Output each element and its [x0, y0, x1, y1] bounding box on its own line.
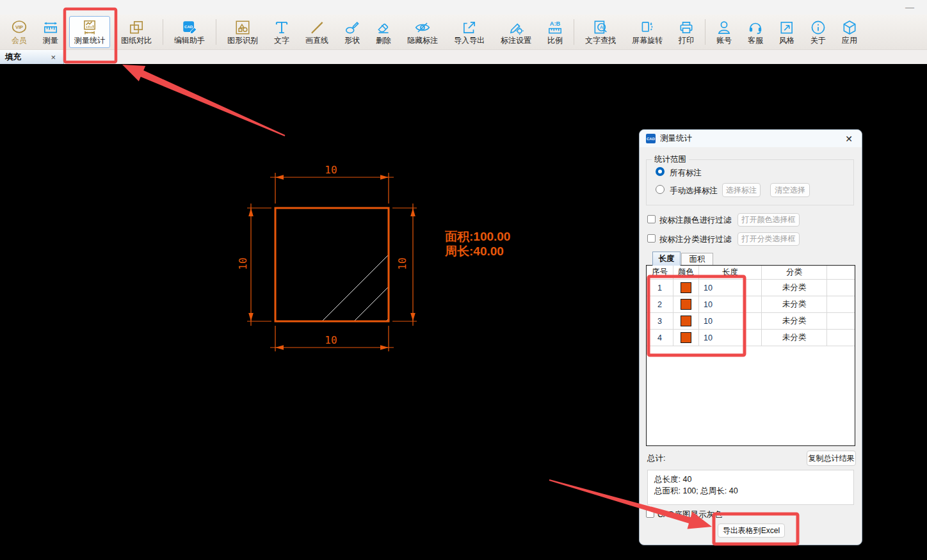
filter-by-color-label[interactable]: 按标注颜色进行过滤 — [659, 215, 732, 226]
toolbar-button-vip[interactable]: VIP 会员 — [6, 16, 32, 48]
toolbar-button-screen-rotate[interactable]: 屏幕旋转 — [627, 16, 668, 48]
hide-annotation-icon — [414, 19, 431, 36]
toolbar-label: 导入导出 — [454, 36, 485, 45]
toolbar-button-drawing-compare[interactable]: 图纸对比 — [116, 16, 157, 48]
import-export-icon — [461, 19, 478, 36]
cad-app-icon: CAD — [646, 134, 656, 143]
toolbar-button-text-search[interactable]: A 文字查找 — [580, 16, 621, 48]
gray-background-label[interactable]: CAD底图显示灰色 — [657, 509, 722, 520]
toolbar-button-account[interactable]: 账号 — [711, 16, 737, 48]
toolbar-button-apps[interactable]: 应用 — [837, 16, 862, 48]
row-filler — [827, 313, 855, 330]
radio-all-label[interactable]: 所有标注 — [670, 168, 702, 179]
main-toolbar: VIP 会员 测量 — [0, 15, 927, 50]
support-icon — [747, 19, 764, 36]
toolbar-button-scale[interactable]: A:B 比例 — [542, 16, 568, 48]
row-color-cell — [673, 330, 699, 346]
toolbar-button-measure[interactable]: 测量 — [38, 16, 63, 48]
tab-fill[interactable]: 填充 × — [0, 50, 64, 64]
row-no: 1 — [647, 280, 673, 296]
radio-all-annotations[interactable] — [656, 167, 665, 176]
toolbar-button-cad-edit[interactable]: CAD 编辑助手 — [169, 16, 210, 48]
svg-text:A:B: A:B — [550, 20, 561, 27]
toolbar-label: 应用 — [842, 36, 857, 45]
measurement-result-labels: 面积:100.00 周长:40.00 — [444, 230, 510, 258]
row-category: 未分类 — [762, 296, 827, 313]
eraser-icon — [375, 19, 392, 36]
copy-totals-button[interactable]: 复制总计结果 — [807, 451, 856, 466]
row-color-cell — [673, 296, 699, 313]
tab-length[interactable]: 长度 — [652, 252, 681, 266]
filter-by-color-checkbox[interactable] — [647, 215, 656, 223]
toolbar-button-import-export[interactable]: 导入导出 — [449, 16, 490, 48]
toolbar-button-draw-line[interactable]: 画直线 — [300, 16, 334, 48]
filter-by-category-checkbox[interactable] — [647, 234, 656, 243]
toolbar-label: 隐藏标注 — [407, 36, 438, 45]
row-length: 10 — [699, 280, 762, 296]
toolbar-label: 删除 — [376, 36, 391, 45]
toolbar-separator — [574, 19, 574, 45]
hatched-square[interactable] — [275, 208, 389, 321]
row-category: 未分类 — [762, 313, 827, 330]
annotation-settings-icon — [508, 19, 524, 36]
row-no: 3 — [647, 313, 673, 330]
measurements-table[interactable]: 序号 颜色 长度 分类 1 10 未分类 2 10 未分类 3 10 未分类 — [646, 265, 855, 446]
dimension-arrows — [248, 175, 415, 350]
toolbar-label: 图纸对比 — [121, 36, 152, 45]
filter-by-category-label[interactable]: 按标注分类进行过滤 — [659, 234, 732, 245]
color-swatch — [681, 332, 691, 343]
toolbar-label: 关于 — [810, 36, 826, 45]
toolbar-button-style[interactable]: 风格 — [774, 16, 800, 48]
dialog-title-bar[interactable]: CAD 测量统计 ✕ — [640, 130, 862, 147]
toolbar-label: 风格 — [779, 36, 794, 45]
svg-text:A: A — [600, 24, 604, 30]
minimize-button[interactable]: — — [905, 3, 914, 12]
totals-summary-box: 总长度: 40 总面积: 100; 总周长: 40 — [647, 470, 854, 505]
open-color-selector-button[interactable]: 打开颜色选择框 — [738, 213, 800, 227]
row-no: 2 — [647, 296, 673, 313]
radio-manual-select[interactable] — [656, 185, 665, 194]
toolbar-label: 客服 — [748, 36, 763, 45]
toolbar-label: 测量统计 — [74, 36, 105, 45]
cad-edit-icon: CAD — [181, 19, 198, 36]
toolbar-button-delete[interactable]: 删除 — [371, 16, 396, 48]
totals-label: 总计: — [647, 453, 665, 464]
toolbar-button-support[interactable]: 客服 — [743, 16, 768, 48]
screen-rotate-icon — [639, 19, 656, 36]
toolbar-button-print[interactable]: 打印 — [673, 16, 699, 48]
toolbar-separator — [216, 19, 216, 45]
shape-recognize-icon — [234, 19, 251, 36]
radio-manual-label[interactable]: 手动选择标注 — [670, 186, 718, 196]
toolbar-label: 账号 — [716, 36, 732, 45]
toolbar-button-text[interactable]: 文字 — [269, 16, 294, 48]
open-category-selector-button[interactable]: 打开分类选择框 — [738, 232, 800, 246]
total-length-text: 总长度: 40 — [654, 474, 847, 485]
svg-text:CAD: CAD — [184, 24, 193, 28]
gray-background-checkbox[interactable] — [646, 509, 654, 518]
toolbar-separator — [705, 19, 705, 45]
scope-groupbox: 统计范围 所有标注 手动选择标注 选择标注 清空选择 — [646, 159, 854, 205]
toolbar-label: 比例 — [547, 36, 563, 45]
dim-bottom-label: 10 — [325, 334, 337, 346]
shape-icon — [344, 19, 360, 36]
dialog-close-icon[interactable]: ✕ — [842, 134, 855, 144]
toolbar-button-annotation-settings[interactable]: 标注设置 — [496, 16, 536, 48]
clear-selection-button[interactable]: 清空选择 — [770, 183, 810, 197]
dim-top-label: 10 — [325, 164, 337, 176]
dialog-title: 测量统计 — [660, 133, 842, 144]
export-to-excel-button[interactable]: 导出表格到Excel — [718, 524, 785, 538]
toolbar-button-shape[interactable]: 形状 — [339, 16, 365, 48]
toolbar-button-shape-recognize[interactable]: 图形识别 — [222, 16, 263, 48]
row-color-cell — [673, 280, 699, 296]
about-icon — [810, 19, 826, 36]
toolbar-button-about[interactable]: 关于 — [805, 16, 831, 48]
select-annotation-button[interactable]: 选择标注 — [722, 183, 761, 197]
tab-area[interactable]: 面积 — [681, 253, 713, 266]
toolbar-button-hide-annotation[interactable]: 隐藏标注 — [402, 16, 443, 48]
color-swatch — [681, 282, 691, 293]
tab-close-icon[interactable]: × — [51, 52, 56, 62]
print-icon — [678, 19, 695, 36]
toolbar-button-measure-stats[interactable]: 测量统计 — [69, 16, 110, 48]
row-length: 10 — [699, 330, 762, 346]
column-header-filler — [827, 266, 855, 280]
